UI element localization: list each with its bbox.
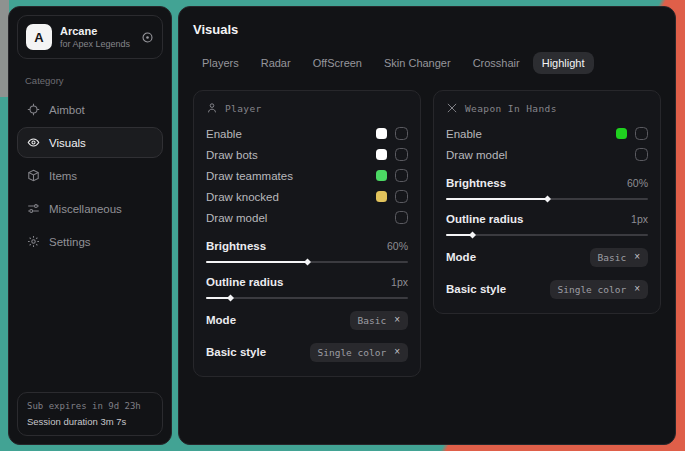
remove-tag-icon[interactable]: × — [634, 252, 640, 262]
app-title: Arcane — [60, 25, 133, 37]
session-duration-text: Session duration 3m 7s — [27, 416, 153, 427]
slider-row-brightness: Brightness 60% — [206, 236, 408, 263]
sliders-icon — [27, 202, 40, 215]
checkbox[interactable] — [395, 211, 408, 224]
tab-highlight[interactable]: Highlight — [533, 52, 594, 74]
sidebar-item-aimbot[interactable]: Aimbot — [17, 94, 163, 125]
tag-row-basic-style: Basic style Single color × — [206, 341, 408, 363]
sidebar-item-label: Settings — [49, 236, 91, 248]
checkbox[interactable] — [395, 148, 408, 161]
card-title: Weapon In Hands — [465, 103, 557, 114]
weapon-settings-card: Weapon In Hands Enable Draw model Bright… — [433, 90, 661, 314]
color-swatch[interactable] — [376, 149, 387, 160]
page-title: Visuals — [193, 22, 661, 37]
sub-expiry-text: Sub expires in 9d 23h — [27, 401, 153, 411]
slider-row-brightness: Brightness 60% — [446, 173, 648, 200]
sidebar-nav: Aimbot Visuals Items Mi — [17, 94, 163, 257]
color-swatch[interactable] — [376, 170, 387, 181]
sidebar-item-settings[interactable]: Settings — [17, 226, 163, 257]
tab-offscreen[interactable]: OffScreen — [304, 52, 371, 74]
mode-tag[interactable]: Basic × — [590, 248, 648, 267]
slider-thumb[interactable] — [227, 294, 234, 301]
tag-row-mode: Mode Basic × — [446, 246, 648, 268]
setting-row-draw-teammates: Draw teammates — [206, 165, 408, 186]
checkbox[interactable] — [395, 190, 408, 203]
tag-row-basic-style: Basic style Single color × — [446, 278, 648, 300]
setting-row-draw-model: Draw model — [446, 144, 648, 165]
tab-radar[interactable]: Radar — [252, 52, 300, 74]
tag-row-mode: Mode Basic × — [206, 309, 408, 331]
subscription-info: Sub expires in 9d 23h Session duration 3… — [17, 392, 163, 436]
setting-row-draw-bots: Draw bots — [206, 144, 408, 165]
tab-players[interactable]: Players — [193, 52, 248, 74]
brightness-slider[interactable] — [446, 198, 648, 200]
setting-row-draw-knocked: Draw knocked — [206, 186, 408, 207]
card-title: Player — [225, 103, 262, 114]
slider-thumb[interactable] — [469, 231, 476, 238]
basic-style-tag[interactable]: Single color × — [550, 280, 648, 299]
setting-row-draw-model: Draw model — [206, 207, 408, 228]
outline-radius-slider[interactable] — [446, 234, 648, 236]
app-logo: A — [26, 24, 52, 50]
brightness-slider[interactable] — [206, 261, 408, 263]
sidebar-item-items[interactable]: Items — [17, 160, 163, 191]
tab-bar: Players Radar OffScreen Skin Changer Cro… — [193, 52, 661, 74]
setting-row-enable: Enable — [446, 123, 648, 144]
app-subtitle: for Apex Legends — [60, 39, 133, 49]
checkbox[interactable] — [635, 148, 648, 161]
sidebar-item-miscellaneous[interactable]: Miscellaneous — [17, 193, 163, 224]
sidebar-item-label: Visuals — [49, 137, 86, 149]
tab-crosshair[interactable]: Crosshair — [464, 52, 529, 74]
checkbox[interactable] — [395, 169, 408, 182]
target-icon[interactable] — [141, 31, 154, 44]
sidebar-item-label: Aimbot — [49, 104, 85, 116]
remove-tag-icon[interactable]: × — [394, 347, 400, 357]
box-icon — [27, 169, 40, 182]
color-swatch[interactable] — [376, 128, 387, 139]
crosshair-icon — [27, 103, 40, 116]
tab-skin-changer[interactable]: Skin Changer — [375, 52, 460, 74]
slider-value: 60% — [387, 240, 408, 252]
slider-thumb[interactable] — [544, 195, 551, 202]
remove-tag-icon[interactable]: × — [394, 315, 400, 325]
eye-icon — [27, 136, 40, 149]
app-header: A Arcane for Apex Legends — [17, 15, 163, 59]
sidebar-item-visuals[interactable]: Visuals — [17, 127, 163, 158]
category-label: Category — [25, 75, 155, 86]
player-icon — [206, 102, 218, 114]
slider-row-outline-radius: Outline radius 1px — [446, 209, 648, 236]
color-swatch[interactable] — [616, 128, 627, 139]
sidebar-item-label: Items — [49, 170, 77, 182]
slider-row-outline-radius: Outline radius 1px — [206, 272, 408, 299]
sidebar-item-label: Miscellaneous — [49, 203, 122, 215]
setting-row-enable: Enable — [206, 123, 408, 144]
slider-thumb[interactable] — [304, 258, 311, 265]
outline-radius-slider[interactable] — [206, 297, 408, 299]
mode-tag[interactable]: Basic × — [350, 311, 408, 330]
color-swatch[interactable] — [376, 191, 387, 202]
main-panel: Visuals Players Radar OffScreen Skin Cha… — [178, 6, 676, 445]
slider-value: 60% — [627, 177, 648, 189]
sidebar: A Arcane for Apex Legends Category Aimbo… — [8, 6, 172, 445]
slider-value: 1px — [631, 213, 648, 225]
weapon-icon — [446, 102, 458, 114]
basic-style-tag[interactable]: Single color × — [310, 343, 408, 362]
player-settings-card: Player Enable Draw bots Draw teammates — [193, 90, 421, 377]
remove-tag-icon[interactable]: × — [634, 284, 640, 294]
checkbox[interactable] — [395, 127, 408, 140]
gear-icon — [27, 235, 40, 248]
slider-value: 1px — [391, 276, 408, 288]
checkbox[interactable] — [635, 127, 648, 140]
